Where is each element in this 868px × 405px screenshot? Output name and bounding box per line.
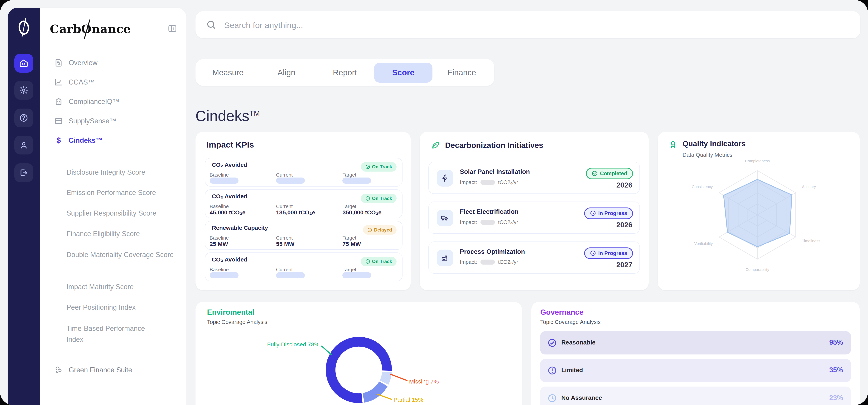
initiative-row: Fleet Electrification Impact:tCO2ₑ/yr In… [428,202,640,234]
value-skeleton [480,260,495,265]
svg-text:Verifiability: Verifiability [694,242,713,246]
card-subtitle: Topic Covarage Analysis [540,319,600,325]
icon-rail [8,8,40,405]
kpi-value: 350,000 tCO₂e [342,209,381,216]
kpi-value: 135,000 tCO₂e [276,209,315,216]
tab-report[interactable]: Report [316,63,374,83]
donut-chart [195,302,522,405]
initiative-year: 2026 [616,221,632,229]
app-window: CarbOnance Overview CCAS™ ComplianceIQ™ … [0,0,868,405]
governance-value: 35% [829,366,843,374]
initiative-impact: Impact:tCO2ₑ/yr [460,179,518,185]
sidebar-subitem-finance-eligibility[interactable]: Finance Eligibility Score [66,228,182,239]
kpi-value: 25 MW [210,241,228,247]
rail-home-button[interactable] [14,54,33,73]
wordmark-part: nance [92,22,131,36]
leaf-icon [431,141,440,150]
svg-text:Timeliness: Timeliness [802,239,820,243]
user-icon [19,140,28,150]
brand-logo-icon [16,17,32,39]
initiative-name: Fleet Electrification [460,208,519,215]
value-skeleton [342,272,371,279]
panel-collapse-icon [168,24,177,33]
leader-line [391,374,407,381]
kpi-col-label: Target [342,172,356,178]
sidebar-item-label: Green Finance Suite [68,366,132,374]
kpi-col-label: Target [342,267,356,272]
sidebar-item-green-finance-suite[interactable]: Green Finance Suite [54,366,132,374]
rail-settings-button[interactable] [14,81,33,100]
tab-finance[interactable]: Finance [432,63,491,83]
initiative-name: Process Optimization [460,248,525,255]
screenshot-stage: CarbOnance Overview CCAS™ ComplianceIQ™ … [0,0,868,405]
rail-help-button[interactable] [14,109,33,127]
leader-line [322,346,331,354]
kpi-col-label: Baseline [210,172,229,178]
initiative-row: Process Optimization Impact:tCO2ₑ/yr In … [428,241,640,273]
kpi-name: CO₂ Avoided [212,162,247,168]
kpi-name: CO₂ Avoided [212,193,247,200]
governance-label: Limited [561,367,583,374]
status-badge: In Progress [584,207,633,219]
tab-align[interactable]: Align [257,63,315,83]
status-badge: On Track [361,162,397,172]
rail-logout-button[interactable] [14,163,33,182]
rail-profile-button[interactable] [14,136,33,154]
initiative-year: 2027 [616,261,632,269]
tab-score[interactable]: Score [374,63,432,83]
sidebar-item-supplysense[interactable]: SupplySense™ [54,115,116,127]
sidebar-collapse-button[interactable] [168,24,177,33]
donut-label-partial: Partial 15% [394,397,424,403]
governance-card: Governance Topic Covarage Analysis Reaso… [531,302,860,405]
info-circle-icon [367,228,372,232]
governance-value: 23% [829,394,843,402]
initiative-year: 2026 [616,181,632,189]
check-circle-icon [365,164,370,169]
file-search-icon [54,58,63,67]
dollar-icon: $ [54,136,63,145]
sidebar-subitem-supplier-responsibility[interactable]: Supplier Responsibility Score [66,208,182,219]
tab-measure[interactable]: Measure [199,63,257,83]
card-title: Decarbonization Initiatives [445,141,543,150]
alert-circle-icon [548,366,557,375]
clock-icon [590,250,596,256]
sidebar-subitem-peer-positioning[interactable]: Peer Positioning Index [66,302,182,313]
kpi-col-label: Current [276,267,293,272]
sidebar-subitem-disclosure-integrity[interactable]: Disclosure Integrity Score [66,167,182,178]
factory-icon [437,250,453,266]
sidebar-item-complianceiq[interactable]: ComplianceIQ™ [54,96,119,108]
status-badge: In Progress [584,248,633,259]
search-input[interactable] [223,11,834,39]
svg-text:Consistency: Consistency [691,185,713,189]
kpi-col-label: Target [342,235,356,241]
card-title: Governance [540,308,583,316]
sidebar-subitem-time-based[interactable]: Time-Based Performance Index [66,323,162,345]
initiative-name: Solar Panel Installation [460,168,530,175]
initiative-impact: Impact:tCO2ₑ/yr [460,219,518,225]
initiative-row: Solar Panel Installation Impact:tCO2ₑ/yr… [428,162,640,194]
svg-text:Completeness: Completeness [745,159,770,163]
decarbonization-initiatives-card: Decarbonization Initiatives Solar Panel … [420,132,649,290]
governance-row: Limited 35% [540,359,851,382]
kpi-col-label: Current [276,235,293,241]
page-title: CindeksTM [195,107,260,124]
kpi-row: CO₂ Avoided On Track Baseline Current Ta… [205,253,403,281]
impact-kpis-card: Impact KPIs CO₂ Avoided On Track Baselin… [195,132,411,290]
value-skeleton [276,272,305,279]
search-bar [195,11,860,38]
status-badge: Delayed [363,225,397,235]
tab-bar: Measure Align Report Score Finance [195,59,495,86]
card-title: Impact KPIs [207,140,254,149]
leader-line [377,394,391,399]
sidebar-item-overview[interactable]: Overview [54,57,97,69]
sidebar-item-cindeks[interactable]: $ Cindeks™ [54,135,102,146]
clock-icon [590,210,596,216]
kpi-col-label: Current [276,172,293,178]
sidebar-subitem-emission-performance[interactable]: Emission Performance Score [66,187,182,198]
kpi-col-label: Baseline [210,235,229,241]
quality-indicators-card: CompletenessAccuaryTimelinessComparabili… [658,132,860,290]
truck-icon [437,210,453,226]
sidebar-subitem-impact-maturity[interactable]: Impact Maturity Score [66,281,182,292]
sidebar-subitem-double-materiality[interactable]: Double Materiality Coverage Score [66,249,177,260]
sidebar-item-ccas[interactable]: CCAS™ [54,77,95,88]
